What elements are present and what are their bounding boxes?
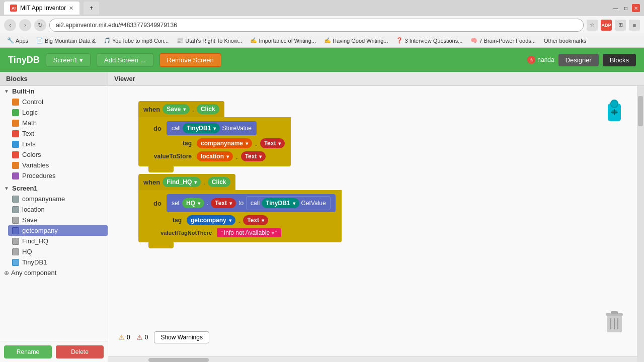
findhq-component-pill[interactable]: Find_HQ ▾ bbox=[163, 177, 201, 187]
sidebar-item-save[interactable]: Save bbox=[8, 215, 108, 225]
do-label-1: do bbox=[153, 125, 164, 132]
bookmark-3[interactable]: 📰 Utah's Right To Know... bbox=[174, 36, 245, 45]
sidebar-item-getcompany[interactable]: getcompany bbox=[8, 225, 108, 236]
hq-text-pill[interactable]: Text ▾ bbox=[211, 198, 236, 208]
adblock-icon[interactable]: ABP bbox=[601, 20, 612, 31]
refresh-btn[interactable]: ↻ bbox=[34, 19, 46, 31]
do-row-1: do call TinyDB1 ▾ StoreValue bbox=[153, 121, 285, 135]
maximize-btn[interactable]: □ bbox=[622, 4, 630, 12]
horizontal-scrollbar[interactable] bbox=[108, 356, 637, 362]
tinydb1-pill-2[interactable]: TinyDB1 ▾ bbox=[262, 198, 299, 208]
add-screen-btn[interactable]: Add Screen ... bbox=[97, 53, 153, 67]
text-prop-pill-1[interactable]: Text ▾ bbox=[260, 138, 285, 148]
tinydb1-pill-1[interactable]: TinyDB1 ▾ bbox=[183, 123, 220, 133]
save-component-pill[interactable]: Save ▾ bbox=[163, 104, 190, 114]
vertical-scrollbar[interactable] bbox=[637, 86, 644, 362]
bm7-label: 7 Brain-Power Foods... bbox=[479, 38, 536, 44]
star-icon[interactable]: ☆ bbox=[587, 20, 598, 31]
method-label-2: GetValue bbox=[301, 200, 326, 207]
minimize-btn[interactable]: — bbox=[612, 4, 620, 12]
sidebar-item-math[interactable]: Math bbox=[8, 118, 108, 128]
nav-icons: ☆ ABP ⊞ ≡ bbox=[587, 20, 640, 31]
delete-btn[interactable]: Delete bbox=[56, 345, 104, 358]
hq-component-pill[interactable]: HQ ▾ bbox=[182, 198, 204, 208]
bookmark-apps[interactable]: 🔧 Apps bbox=[4, 36, 31, 45]
tag-row-2: tag getcompany ▾ . Text ▾ bbox=[153, 215, 336, 225]
colors-label: Colors bbox=[22, 151, 41, 158]
sidebar-item-findhq[interactable]: Find_HQ bbox=[8, 236, 108, 246]
logic-label: Logic bbox=[22, 109, 38, 116]
sidebar-item-companyname[interactable]: companyname bbox=[8, 194, 108, 204]
app-header: TinyDB Screen1 ▾ Add Screen ... Remove S… bbox=[0, 48, 644, 72]
backpack-icon[interactable] bbox=[602, 96, 627, 126]
tinydb1-icon bbox=[12, 259, 19, 266]
v-scrollbar-thumb bbox=[638, 96, 643, 126]
viewer-canvas[interactable]: when Save ▾ . Click bbox=[108, 86, 637, 362]
sidebar-item-tinydb1[interactable]: TinyDB1 bbox=[8, 257, 108, 267]
screen1-label: Screen1 bbox=[12, 185, 38, 192]
sidebar-item-text[interactable]: Text bbox=[8, 128, 108, 139]
getcompany-icon bbox=[12, 227, 19, 234]
any-component-item[interactable]: ⊕ Any component bbox=[0, 267, 108, 278]
block-group-2: when Find_HQ ▾ . Click bbox=[138, 174, 342, 248]
forward-btn[interactable]: › bbox=[19, 19, 31, 31]
location-pill[interactable]: location ▾ bbox=[197, 151, 233, 161]
menu-icon[interactable]: ≡ bbox=[629, 20, 640, 31]
sidebar-item-logic[interactable]: Logic bbox=[8, 107, 108, 118]
remove-screen-btn[interactable]: Remove Screen bbox=[159, 53, 221, 67]
bookmark-1[interactable]: 📄 Big Mountain Data & bbox=[33, 36, 99, 45]
back-btn[interactable]: ‹ bbox=[4, 19, 16, 31]
rename-btn[interactable]: Rename bbox=[4, 345, 52, 358]
hq-icon bbox=[12, 248, 19, 255]
sidebar-item-variables[interactable]: Variables bbox=[8, 160, 108, 170]
call-storevalue-block[interactable]: call TinyDB1 ▾ StoreValue bbox=[167, 121, 257, 135]
click-event-pill[interactable]: Click bbox=[197, 104, 219, 114]
sidebar-item-lists[interactable]: Lists bbox=[8, 139, 108, 149]
info-not-available-block[interactable]: " Info not Available ▾ " bbox=[217, 228, 281, 237]
designer-btn[interactable]: Designer bbox=[558, 54, 599, 66]
trash-icon[interactable] bbox=[602, 307, 627, 337]
builtin-expand-icon: ▼ bbox=[4, 88, 10, 94]
screen1-section[interactable]: ▼ Screen1 bbox=[0, 183, 108, 194]
bm3-icon: 📰 bbox=[177, 37, 184, 44]
set-hq-block[interactable]: set HQ ▾ . Text ▾ to bbox=[167, 194, 336, 212]
sidebar-item-procedures[interactable]: Procedures bbox=[8, 170, 108, 181]
builtin-section[interactable]: ▼ Built-in bbox=[0, 86, 108, 97]
companyname-pill[interactable]: companyname ▾ bbox=[197, 138, 252, 148]
string-quote-open: " bbox=[221, 230, 223, 236]
ext-icon[interactable]: ⊞ bbox=[615, 20, 626, 31]
call-getvalue-block[interactable]: call TinyDB1 ▾ GetValue bbox=[246, 196, 331, 210]
bookmark-5[interactable]: ✍ Having Good Writing... bbox=[321, 36, 391, 45]
other-bookmarks[interactable]: Other bookmarks bbox=[541, 37, 589, 45]
sidebar-item-hq[interactable]: HQ bbox=[8, 246, 108, 257]
sidebar-item-control[interactable]: Control bbox=[8, 97, 108, 107]
show-warnings-btn[interactable]: Show Warnings bbox=[154, 331, 209, 343]
bookmark-7[interactable]: 🧠 7 Brain-Power Foods... bbox=[467, 36, 539, 45]
sidebar-item-location[interactable]: location bbox=[8, 204, 108, 215]
bookmark-4[interactable]: ✍ Importance of Writing... bbox=[247, 36, 319, 45]
browser-tab[interactable]: AI MIT App Inventor ✕ bbox=[4, 2, 79, 15]
address-bar[interactable]: ai2.appinventor.mit.edu/#483377934997913… bbox=[49, 19, 584, 32]
sidebar-title: Blocks bbox=[6, 75, 28, 82]
sidebar-item-colors[interactable]: Colors bbox=[8, 149, 108, 160]
blocks-btn[interactable]: Blocks bbox=[603, 54, 636, 66]
add-screen-label: Add Screen ... bbox=[104, 56, 145, 64]
svg-rect-7 bbox=[611, 311, 618, 314]
browser-nav: ‹ › ↻ ai2.appinventor.mit.edu/#483377934… bbox=[0, 16, 644, 34]
close-btn[interactable]: ✕ bbox=[632, 4, 640, 12]
tab-close-btn[interactable]: ✕ bbox=[69, 5, 73, 12]
user-info: ⚠ nanda bbox=[527, 56, 554, 64]
dot-2: . bbox=[236, 153, 238, 160]
tab-title: MIT App Inventor bbox=[20, 5, 66, 12]
new-tab[interactable]: + bbox=[84, 2, 99, 15]
text-prop-pill-2[interactable]: Text ▾ bbox=[241, 151, 266, 161]
findhq-event-pill[interactable]: Click bbox=[208, 177, 230, 187]
bookmark-6[interactable]: ❓ 3 Interview Questions... bbox=[393, 36, 465, 45]
text-prop-dropdown-2: ▾ bbox=[259, 154, 262, 159]
screen-selector[interactable]: Screen1 ▾ bbox=[46, 53, 91, 67]
tinydb1-dropdown-2: ▾ bbox=[293, 201, 295, 206]
warning-count: 0 bbox=[127, 334, 130, 341]
bookmark-2[interactable]: 🎵 YouTube to mp3 Con... bbox=[101, 36, 172, 45]
getcompany-pill[interactable]: getcompany ▾ bbox=[187, 215, 235, 225]
text-prop-pill-3[interactable]: Text ▾ bbox=[243, 215, 268, 225]
